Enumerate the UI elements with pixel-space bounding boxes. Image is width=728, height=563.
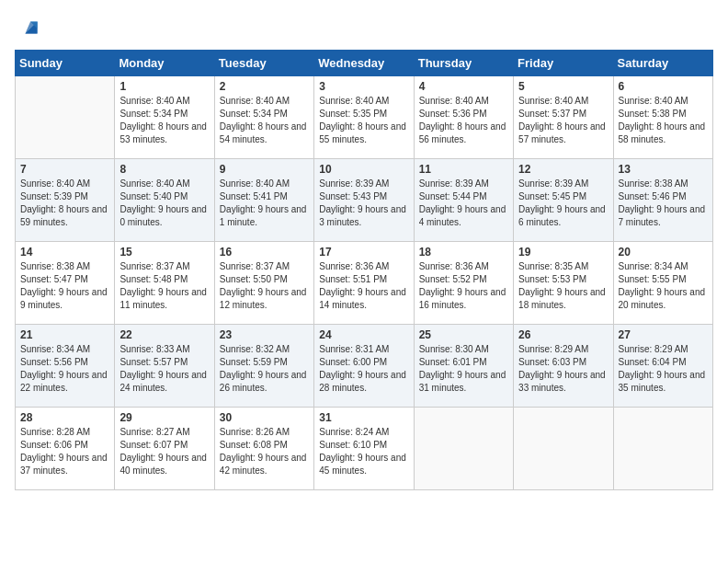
weekday-header-tuesday: Tuesday (214, 51, 313, 76)
day-number: 29 (119, 411, 209, 424)
calendar-cell: 17Sunrise: 8:36 AMSunset: 5:51 PMDayligh… (314, 242, 414, 325)
daylight-text: Daylight: 8 hours and 56 minutes. (419, 121, 508, 146)
daylight-text: Daylight: 8 hours and 57 minutes. (518, 121, 608, 146)
sunset-text: Sunset: 5:57 PM (119, 356, 209, 369)
calendar-cell: 7Sunrise: 8:40 AMSunset: 5:39 PMDaylight… (16, 159, 115, 242)
daylight-text: Daylight: 9 hours and 33 minutes. (518, 369, 608, 395)
daylight-text: Daylight: 8 hours and 54 minutes. (220, 121, 309, 146)
daylight-text: Daylight: 9 hours and 37 minutes. (20, 452, 109, 477)
sunrise-text: Sunrise: 8:29 AM (619, 343, 708, 356)
calendar-cell: 11Sunrise: 8:39 AMSunset: 5:44 PMDayligh… (414, 159, 513, 242)
sunset-text: Sunset: 6:10 PM (319, 439, 408, 452)
calendar: SundayMondayTuesdayWednesdayThursdayFrid… (15, 50, 713, 490)
sunset-text: Sunset: 5:39 PM (20, 190, 109, 203)
sunrise-text: Sunrise: 8:38 AM (20, 260, 109, 273)
day-info: Sunrise: 8:37 AMSunset: 5:50 PMDaylight:… (220, 260, 309, 312)
sunset-text: Sunset: 5:45 PM (518, 190, 608, 203)
calendar-cell: 13Sunrise: 8:38 AMSunset: 5:46 PMDayligh… (613, 159, 712, 242)
daylight-text: Daylight: 8 hours and 59 minutes. (20, 203, 109, 229)
daylight-text: Daylight: 9 hours and 11 minutes. (119, 286, 209, 312)
sunset-text: Sunset: 5:41 PM (220, 190, 309, 203)
daylight-text: Daylight: 9 hours and 20 minutes. (619, 286, 708, 312)
daylight-text: Daylight: 9 hours and 16 minutes. (419, 286, 508, 312)
daylight-text: Daylight: 9 hours and 6 minutes. (518, 203, 608, 229)
day-number: 1 (119, 80, 209, 93)
day-number: 15 (119, 246, 209, 259)
day-info: Sunrise: 8:40 AMSunset: 5:39 PMDaylight:… (20, 178, 109, 229)
day-number: 26 (518, 328, 608, 341)
sunrise-text: Sunrise: 8:40 AM (119, 178, 209, 190)
day-info: Sunrise: 8:26 AMSunset: 6:08 PMDaylight:… (220, 426, 309, 477)
day-info: Sunrise: 8:31 AMSunset: 6:00 PMDaylight:… (319, 343, 408, 395)
sunset-text: Sunset: 6:08 PM (220, 439, 309, 452)
calendar-cell: 19Sunrise: 8:35 AMSunset: 5:53 PMDayligh… (514, 242, 613, 325)
sunset-text: Sunset: 5:59 PM (220, 356, 309, 369)
calendar-cell: 23Sunrise: 8:32 AMSunset: 5:59 PMDayligh… (214, 325, 313, 408)
day-info: Sunrise: 8:40 AMSunset: 5:34 PMDaylight:… (220, 95, 309, 146)
logo (15, 15, 44, 40)
calendar-cell: 14Sunrise: 8:38 AMSunset: 5:47 PMDayligh… (16, 242, 115, 325)
calendar-cell: 10Sunrise: 8:39 AMSunset: 5:43 PMDayligh… (314, 159, 414, 242)
sunrise-text: Sunrise: 8:29 AM (518, 343, 608, 356)
sunset-text: Sunset: 5:46 PM (619, 190, 708, 203)
sunrise-text: Sunrise: 8:40 AM (220, 95, 309, 108)
day-number: 3 (319, 80, 408, 93)
daylight-text: Daylight: 8 hours and 53 minutes. (119, 121, 209, 146)
sunset-text: Sunset: 5:35 PM (319, 108, 408, 121)
sunset-text: Sunset: 6:04 PM (619, 356, 708, 369)
calendar-cell: 2Sunrise: 8:40 AMSunset: 5:34 PMDaylight… (214, 76, 313, 159)
sunrise-text: Sunrise: 8:32 AM (220, 343, 309, 356)
daylight-text: Daylight: 8 hours and 58 minutes. (619, 121, 708, 146)
daylight-text: Daylight: 9 hours and 3 minutes. (319, 203, 408, 229)
sunset-text: Sunset: 5:50 PM (220, 273, 309, 286)
day-number: 18 (419, 246, 508, 259)
sunrise-text: Sunrise: 8:36 AM (419, 260, 508, 273)
day-number: 22 (119, 328, 209, 341)
sunrise-text: Sunrise: 8:28 AM (20, 426, 109, 439)
day-info: Sunrise: 8:32 AMSunset: 5:59 PMDaylight:… (220, 343, 309, 395)
calendar-cell: 21Sunrise: 8:34 AMSunset: 5:56 PMDayligh… (16, 325, 115, 408)
weekday-header-wednesday: Wednesday (314, 51, 414, 76)
sunrise-text: Sunrise: 8:24 AM (319, 426, 408, 439)
day-number: 14 (20, 246, 109, 259)
sunset-text: Sunset: 5:44 PM (419, 190, 508, 203)
daylight-text: Daylight: 9 hours and 12 minutes. (220, 286, 309, 312)
day-info: Sunrise: 8:29 AMSunset: 6:03 PMDaylight:… (518, 343, 608, 395)
week-row-1: 1Sunrise: 8:40 AMSunset: 5:34 PMDaylight… (16, 76, 713, 159)
calendar-cell: 9Sunrise: 8:40 AMSunset: 5:41 PMDaylight… (214, 159, 313, 242)
weekday-header-saturday: Saturday (613, 51, 712, 76)
daylight-text: Daylight: 9 hours and 9 minutes. (20, 286, 109, 312)
day-number: 12 (518, 163, 608, 176)
week-row-3: 14Sunrise: 8:38 AMSunset: 5:47 PMDayligh… (16, 242, 713, 325)
day-number: 7 (20, 163, 109, 176)
sunset-text: Sunset: 5:34 PM (220, 108, 309, 121)
sunset-text: Sunset: 6:00 PM (319, 356, 408, 369)
sunrise-text: Sunrise: 8:27 AM (119, 426, 209, 439)
daylight-text: Daylight: 9 hours and 28 minutes. (319, 369, 408, 395)
calendar-cell: 20Sunrise: 8:34 AMSunset: 5:55 PMDayligh… (613, 242, 712, 325)
sunrise-text: Sunrise: 8:37 AM (220, 260, 309, 273)
day-info: Sunrise: 8:27 AMSunset: 6:07 PMDaylight:… (119, 426, 209, 477)
calendar-cell: 1Sunrise: 8:40 AMSunset: 5:34 PMDaylight… (115, 76, 214, 159)
week-row-2: 7Sunrise: 8:40 AMSunset: 5:39 PMDaylight… (16, 159, 713, 242)
daylight-text: Daylight: 9 hours and 45 minutes. (319, 452, 408, 477)
day-number: 11 (419, 163, 508, 176)
day-number: 5 (518, 80, 608, 93)
sunrise-text: Sunrise: 8:33 AM (119, 343, 209, 356)
sunrise-text: Sunrise: 8:39 AM (419, 178, 508, 190)
calendar-cell: 29Sunrise: 8:27 AMSunset: 6:07 PMDayligh… (115, 408, 214, 490)
sunset-text: Sunset: 5:34 PM (119, 108, 209, 121)
calendar-cell: 6Sunrise: 8:40 AMSunset: 5:38 PMDaylight… (613, 76, 712, 159)
sunset-text: Sunset: 6:03 PM (518, 356, 608, 369)
daylight-text: Daylight: 9 hours and 4 minutes. (419, 203, 508, 229)
day-info: Sunrise: 8:40 AMSunset: 5:40 PMDaylight:… (119, 178, 209, 229)
sunset-text: Sunset: 5:51 PM (319, 273, 408, 286)
sunrise-text: Sunrise: 8:40 AM (518, 95, 608, 108)
day-info: Sunrise: 8:40 AMSunset: 5:37 PMDaylight:… (518, 95, 608, 146)
calendar-cell: 28Sunrise: 8:28 AMSunset: 6:06 PMDayligh… (16, 408, 115, 490)
calendar-cell (514, 408, 613, 490)
day-info: Sunrise: 8:40 AMSunset: 5:36 PMDaylight:… (419, 95, 508, 146)
sunset-text: Sunset: 5:36 PM (419, 108, 508, 121)
daylight-text: Daylight: 9 hours and 31 minutes. (419, 369, 508, 395)
day-number: 27 (619, 328, 708, 341)
